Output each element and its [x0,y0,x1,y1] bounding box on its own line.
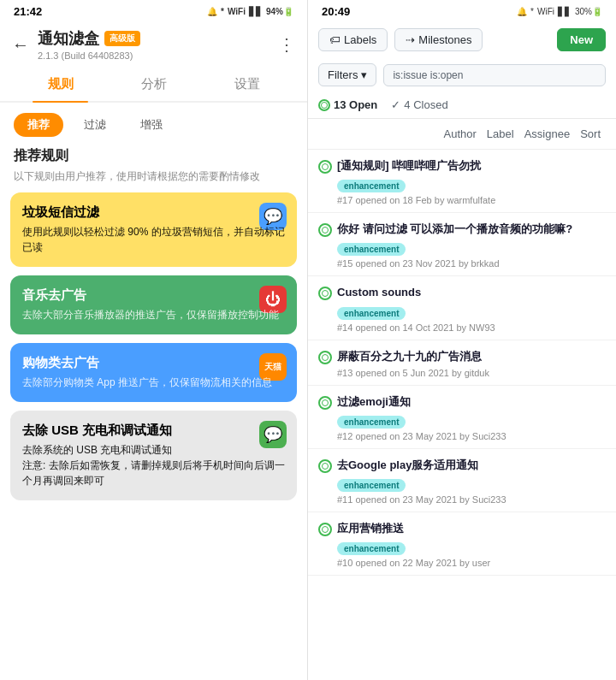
labels-button[interactable]: 🏷 Labels [318,28,388,51]
closed-count: 4 Closed [404,98,447,111]
app-version: 2.1.3 (Build 64408283) [38,50,270,61]
issue-open-icon [318,523,332,536]
issue-meta: #13 opened on 5 Jun 2021 by gitduk [337,368,606,378]
check-icon: ✓ [391,98,400,111]
open-closed-bar: 13 Open ✓ 4 Closed [308,92,616,119]
issue-item-17[interactable]: [通知规则] 哔哩哔哩广告勿扰 enhancement #17 opened o… [308,150,616,213]
bell-icon: 🔔 [207,7,217,16]
card-title-music: 音乐去广告 [22,287,285,304]
open-count: 13 Open [334,98,377,111]
tab-analysis[interactable]: 分析 [107,68,200,101]
issue-title: 去Google play服务适用通知 [337,458,606,473]
issue-meta: #12 opened on 23 May 2021 by Suci233 [337,431,606,441]
main-tabs: 规则 分析 设置 [0,68,307,103]
col-sort[interactable]: Sort [575,126,606,142]
enhancement-badge: enhancement [337,307,406,320]
open-issues-button[interactable]: 13 Open [318,98,377,111]
issue-title-row: 你好 请问过滤 可以添加一个播放音频的功能嘛? [318,222,606,237]
issue-open-icon [318,287,332,300]
section-title: 推荐规则 [0,144,307,169]
search-input[interactable] [383,64,606,86]
card-title-shopping: 购物类去广告 [22,355,285,371]
issue-item-13[interactable]: 屏蔽百分之九十九的广告消息 #13 opened on 5 Jun 2021 b… [308,340,616,386]
signal-icon: ▋▋ [249,7,263,16]
col-label[interactable]: Label [482,126,519,142]
right-panel: 20:49 🔔 * WiFi ▋▋ 30%🔋 🏷 Labels ⇢ Milest… [308,0,616,680]
cards-area: 💬 垃圾短信过滤 使用此规则以轻松过滤 90% 的垃圾营销短信，并自动标记已读 … [0,192,307,680]
issue-item-14[interactable]: Custom sounds enhancement #14 opened on … [308,276,616,340]
issue-title-row: 应用营销推送 [318,521,606,536]
card-desc-music: 去除大部分音乐播放器的推送广告，仅保留播放控制功能 [22,307,285,322]
status-time-right: 20:49 [322,5,350,18]
issue-meta: #15 opened on 23 Nov 2021 by brkkad [337,258,606,269]
card-desc-usb: 去除系统的 USB 充电和调试通知 注意: 去除后如需恢复，请删掉规则后将手机时… [22,442,285,488]
card-title-spam: 垃圾短信过滤 [22,204,285,221]
tab-rules[interactable]: 规则 [14,68,107,101]
issue-meta: #11 opened on 23 May 2021 by Suci233 [337,494,606,505]
section-desc: 以下规则由用户推荐，使用时请根据您的需要酌情修改 [0,169,307,192]
col-assignee[interactable]: Assignee [519,126,575,142]
issue-title: 应用营销推送 [337,521,606,536]
status-icons-left: 🔔 * WiFi ▋▋ 94%🔋 [207,7,293,16]
open-circle-icon [318,99,330,111]
issue-title: 过滤emoji通知 [337,394,606,410]
col-author[interactable]: Author [439,126,482,142]
issue-title: Custom sounds [337,285,606,300]
enhancement-badge: enhancement [337,416,406,429]
card-music-ad[interactable]: ⏻ 音乐去广告 去除大部分音乐播放器的推送广告，仅保留播放控制功能 [10,275,297,334]
issue-item-12[interactable]: 过滤emoji通知 enhancement #12 opened on 23 M… [308,386,616,449]
sub-tab-enhance[interactable]: 增强 [127,113,176,137]
issue-item-10[interactable]: 应用营销推送 enhancement #10 opened on 22 May … [308,512,616,576]
tag-icon: 🏷 [329,33,341,46]
issue-title: 屏蔽百分之九十九的广告消息 [337,349,606,364]
enhancement-badge: enhancement [337,243,406,256]
issue-title-row: Custom sounds [318,285,606,300]
enhancement-badge: enhancement [337,542,406,555]
issue-open-icon [318,396,332,410]
issue-title-row: 过滤emoji通知 [318,394,606,410]
back-button[interactable]: ← [12,35,29,55]
issue-open-icon [318,223,332,237]
milestones-button[interactable]: ⇢ Milestones [394,28,483,51]
issue-item-15[interactable]: 你好 请问过滤 可以添加一个播放音频的功能嘛? enhancement #15 … [308,213,616,276]
status-bar-left: 21:42 🔔 * WiFi ▋▋ 94%🔋 [0,0,307,21]
left-panel: 21:42 🔔 * WiFi ▋▋ 94%🔋 ← 通知滤盒 高级版 2.1.3 … [0,0,308,680]
enhancement-badge: enhancement [337,180,406,192]
filter-row: Filters ▾ [308,58,616,92]
new-issue-button[interactable]: New [557,28,606,51]
closed-issues-button[interactable]: ✓ 4 Closed [391,98,447,111]
issue-meta: #10 opened on 22 May 2021 by user [337,558,606,568]
issues-list: [通知规则] 哔哩哔哩广告勿扰 enhancement #17 opened o… [308,150,616,680]
app-title: 通知滤盒 高级版 [38,28,270,49]
wifi-icon: WiFi [228,7,246,16]
menu-dots-button[interactable]: ⋮ [278,34,295,55]
issue-open-icon [318,351,332,364]
chevron-down-icon: ▾ [361,68,367,81]
app-title-text: 通知滤盒 [38,28,99,49]
issue-open-icon [318,459,332,473]
bell-icon-r: 🔔 [517,7,527,16]
bt-icon: * [221,7,224,16]
battery-icon: 94%🔋 [266,7,293,16]
card-usb[interactable]: 💬 去除 USB 充电和调试通知 去除系统的 USB 充电和调试通知 注意: 去… [10,411,297,500]
sub-tabs: 推荐 过滤 增强 [0,103,307,144]
enhancement-badge: enhancement [337,479,406,492]
card-desc-shopping: 去除部分购物类 App 推送广告，仅保留物流相关的信息 [22,375,285,390]
filters-button[interactable]: Filters ▾ [318,63,376,86]
issue-title-row: 屏蔽百分之九十九的广告消息 [318,349,606,364]
sub-tab-recommend[interactable]: 推荐 [14,113,63,137]
issue-meta: #17 opened on 18 Feb by warmfulfate [337,195,606,205]
card-spam-filter[interactable]: 💬 垃圾短信过滤 使用此规则以轻松过滤 90% 的垃圾营销短信，并自动标记已读 [10,192,297,267]
issue-open-icon [318,160,332,174]
card-desc-spam: 使用此规则以轻松过滤 90% 的垃圾营销短信，并自动标记已读 [22,224,285,255]
issue-item-11[interactable]: 去Google play服务适用通知 enhancement #11 opene… [308,449,616,512]
card-shopping-ad[interactable]: 天猫 购物类去广告 去除部分购物类 App 推送广告，仅保留物流相关的信息 [10,343,297,402]
pro-badge: 高级版 [104,31,140,46]
signal-icon-r: ▋▋ [558,7,572,16]
status-bar-right: 20:49 🔔 * WiFi ▋▋ 30%🔋 [308,0,616,21]
issue-title: 你好 请问过滤 可以添加一个播放音频的功能嘛? [337,222,606,237]
filter-label: Filters [328,68,358,81]
sub-tab-filter[interactable]: 过滤 [70,113,120,137]
tab-settings[interactable]: 设置 [200,68,293,101]
issue-meta: #14 opened on 14 Oct 2021 by NW93 [337,322,606,333]
